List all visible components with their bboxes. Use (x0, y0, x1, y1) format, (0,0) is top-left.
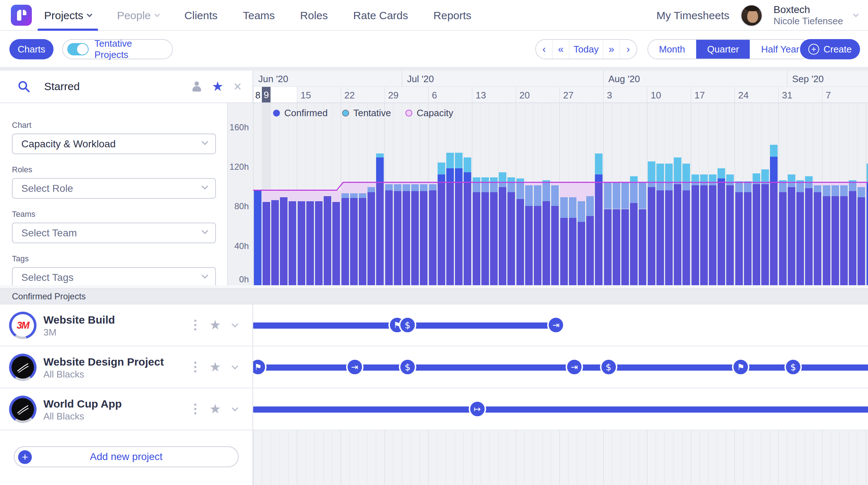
day-gridline (498, 430, 499, 485)
search-input[interactable]: Starred (44, 80, 192, 93)
kebab-menu-icon[interactable] (193, 360, 198, 374)
chevron-down-icon (201, 272, 208, 278)
client-logo (12, 356, 34, 379)
star-icon[interactable]: ★ (209, 402, 221, 416)
project-avatar (9, 354, 37, 381)
prev-week-button[interactable]: ‹ (536, 40, 553, 59)
week-cell-10: 10 (647, 87, 691, 103)
legend-dot (273, 110, 280, 117)
tentative-projects-label: Tentative Projects (94, 38, 165, 60)
user-name: Nicole Tiefensee (774, 16, 843, 27)
milestone-arrow-end-icon[interactable]: ⇥ (346, 358, 363, 376)
project-name: Website Build (43, 314, 115, 326)
project-name: World Cup App (43, 398, 122, 410)
timeline-month-header: Jun '20Jul '20Aug '20Sep '20 (253, 71, 868, 87)
client-logo: 3M (12, 314, 34, 337)
prev-period-button[interactable]: « (553, 40, 569, 59)
tags-select-label: Tags (12, 254, 227, 263)
day-gridline (630, 430, 630, 485)
account-switcher[interactable]: Boxtech Nicole Tiefensee (774, 4, 843, 26)
project-row-website-build: 3MWebsite Build3M★⚑$⇥ (0, 304, 868, 346)
day-gridline (595, 430, 595, 485)
empty-timeline-area (253, 430, 868, 485)
legend-item-capacity: Capacity (405, 107, 453, 119)
milestone-flag-icon[interactable]: ⚑ (732, 358, 749, 376)
milestone-arrow-end-icon[interactable]: ⇥ (566, 358, 583, 376)
project-info: 3MWebsite Build3M★ (0, 304, 253, 346)
section-header: Confirmed Projects (0, 288, 868, 304)
add-new-project-button[interactable]: + Add new project (14, 446, 239, 467)
clear-search-icon[interactable]: × (234, 80, 242, 93)
search-filter-icons: ★ × (192, 80, 242, 93)
month-label-sep-20: Sep '20 (792, 73, 824, 85)
day-gridline (402, 430, 402, 485)
project-search-bar[interactable]: Starred ★ × (0, 71, 253, 103)
chart-select[interactable]: Capacity & Workload (12, 134, 216, 154)
project-row-actions: ★ (193, 388, 237, 430)
milestone-arrow-end-icon[interactable]: ⇥ (547, 316, 565, 334)
roles-select[interactable]: Select Role (12, 178, 216, 199)
day-gridline (349, 430, 350, 485)
week-cell-17: 17 (691, 87, 735, 103)
star-icon[interactable]: ★ (209, 319, 221, 332)
my-timesheets-link[interactable]: My Timesheets (656, 9, 729, 22)
account-chevron-down-icon[interactable] (853, 12, 859, 17)
app-logo[interactable] (11, 5, 32, 26)
top-nav: ProjectsPeopleClientsTeamsRolesRate Card… (0, 0, 868, 31)
nav-item-people[interactable]: People (117, 0, 159, 31)
chevron-down-icon (201, 227, 208, 234)
charts-button[interactable]: Charts (9, 39, 54, 59)
nav-item-roles[interactable]: Roles (300, 0, 328, 31)
today-button[interactable]: Today (569, 40, 603, 59)
chevron-down-icon[interactable] (231, 321, 238, 327)
kebab-menu-icon[interactable] (193, 402, 198, 416)
milestone-flag-icon[interactable]: ⚑ (253, 358, 267, 376)
project-timeline: ⚑$⇥ (253, 304, 868, 346)
milestone-dollar-icon[interactable]: $ (399, 358, 416, 376)
star-icon[interactable]: ★ (209, 360, 221, 374)
nav-item-label: Clients (184, 9, 218, 22)
milestone-dollar-icon[interactable]: $ (600, 358, 617, 376)
legend-label: Capacity (417, 107, 453, 119)
nav-item-rate-cards[interactable]: Rate Cards (353, 0, 408, 31)
week-cell-24: 24 (735, 87, 778, 103)
nav-item-teams[interactable]: Teams (243, 0, 275, 31)
chevron-down-icon[interactable] (231, 405, 238, 411)
starred-filter-icon[interactable]: ★ (212, 80, 224, 93)
teams-select[interactable]: Select Team (12, 223, 216, 243)
zoom-option-quarter[interactable]: Quarter (696, 40, 750, 59)
search-icon (17, 80, 30, 93)
day-gridline (393, 430, 393, 485)
project-bar[interactable] (253, 406, 868, 413)
week-start-date: 24 (738, 90, 749, 101)
toggle-track[interactable] (67, 43, 89, 55)
kebab-menu-icon[interactable] (193, 318, 198, 332)
chevron-down-icon (201, 183, 208, 189)
milestone-dollar-icon[interactable]: $ (784, 358, 802, 376)
milestone-dollar-icon[interactable]: $ (399, 316, 416, 334)
day-gridline (288, 430, 289, 485)
week-cell-22: 22 (341, 87, 384, 103)
nav-item-clients[interactable]: Clients (184, 0, 218, 31)
user-avatar[interactable] (740, 4, 763, 27)
week-gridline (647, 430, 647, 485)
nav-item-projects[interactable]: Projects (44, 0, 92, 31)
legend-item-tentative: Tentative (342, 107, 391, 119)
tentative-projects-toggle[interactable]: Tentative Projects (62, 39, 173, 59)
week-gridline (472, 430, 472, 485)
milestone-arrow-start-icon[interactable]: ↦ (469, 400, 486, 418)
next-week-button[interactable]: › (620, 40, 637, 59)
fern-icon (15, 401, 31, 417)
nav-item-reports[interactable]: Reports (433, 0, 471, 31)
next-period-button[interactable]: » (603, 40, 620, 59)
app-window: ProjectsPeopleClientsTeamsRolesRate Card… (0, 0, 868, 485)
logo-3m-text: 3M (17, 320, 29, 331)
person-filter-icon[interactable] (192, 81, 202, 92)
create-button[interactable]: + Create (800, 39, 860, 59)
tags-select[interactable]: Select Tags (12, 267, 216, 288)
project-client: All Blacks (43, 411, 84, 422)
project-client: 3M (43, 327, 56, 338)
chevron-down-icon[interactable] (231, 363, 238, 369)
zoom-option-month[interactable]: Month (648, 40, 696, 59)
day-gridline (411, 430, 411, 485)
